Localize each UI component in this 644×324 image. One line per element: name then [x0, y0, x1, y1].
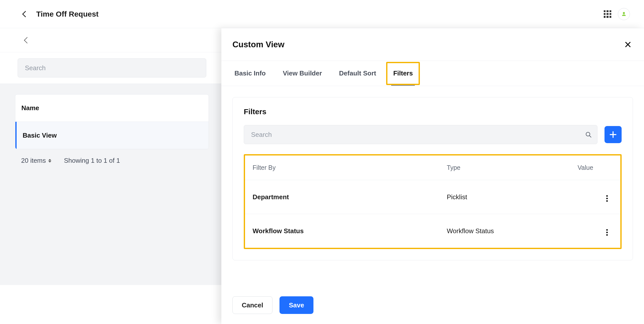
save-button[interactable]: Save — [279, 296, 313, 314]
items-per-page-label: 20 items — [21, 157, 46, 165]
tab-label: Default Sort — [339, 69, 376, 77]
left-search-input[interactable] — [18, 58, 206, 77]
panel-footer: Cancel Save — [221, 289, 644, 324]
page-title: Time Off Request — [36, 10, 99, 18]
filters-table: Filter By Type Value Department Picklist — [245, 155, 620, 248]
apps-icon[interactable] — [604, 10, 611, 18]
tab-view-builder[interactable]: View Builder — [281, 61, 324, 86]
items-per-page[interactable]: 20 items — [21, 157, 51, 165]
filters-title: Filters — [244, 107, 622, 116]
svg-line-1 — [589, 136, 591, 137]
col-filter-by: Filter By — [245, 155, 439, 180]
filters-table-header-row: Filter By Type Value — [245, 155, 620, 180]
cell-type: Picklist — [439, 180, 570, 214]
secondary-back-button[interactable] — [23, 36, 31, 44]
tab-label: Basic Info — [234, 69, 266, 77]
cell-actions — [570, 180, 620, 214]
cell-actions — [570, 214, 620, 248]
chevron-left-icon — [22, 11, 28, 17]
top-header: Time Off Request — [0, 0, 644, 28]
list-row-name: Basic View — [23, 132, 57, 139]
list-area: Name Basic View 20 items Showing 1 to 1 … — [0, 84, 224, 285]
tab-basic-info[interactable]: Basic Info — [232, 61, 268, 86]
table-row: Department Picklist — [245, 180, 620, 214]
filters-card: Filters Filter By — [232, 97, 633, 260]
user-icon — [621, 11, 627, 17]
header-right-controls — [604, 8, 630, 20]
user-avatar[interactable] — [618, 8, 630, 20]
col-type: Type — [439, 155, 570, 180]
custom-view-panel: Custom View Basic Info View Builder Defa… — [221, 28, 644, 324]
tab-label: View Builder — [283, 69, 322, 77]
app-root: Time Off Request Name Basic Vi — [0, 0, 644, 324]
cell-type: Workflow Status — [439, 214, 570, 248]
close-button[interactable] — [623, 39, 633, 50]
panel-tabs: Basic Info View Builder Default Sort Fil… — [221, 61, 644, 86]
left-panel: Name Basic View 20 items Showing 1 to 1 … — [0, 52, 224, 285]
back-button[interactable] — [21, 9, 30, 19]
table-row: Workflow Status Workflow Status — [245, 214, 620, 248]
panel-body: Filters Filter By — [221, 86, 644, 289]
showing-label: Showing 1 to 1 of 1 — [64, 157, 120, 165]
left-search-row — [0, 52, 224, 84]
row-actions-button[interactable] — [604, 228, 610, 237]
plus-icon — [609, 130, 617, 139]
filters-table-highlight: Filter By Type Value Department Picklist — [244, 154, 622, 249]
close-icon — [624, 41, 632, 48]
tab-default-sort[interactable]: Default Sort — [337, 61, 378, 86]
row-actions-button[interactable] — [604, 194, 610, 203]
list-card: Name Basic View — [15, 94, 209, 149]
tab-filters[interactable]: Filters — [391, 61, 415, 86]
filters-search-row — [244, 125, 622, 144]
col-value: Value — [570, 155, 620, 180]
filters-search-container — [244, 125, 597, 144]
panel-header: Custom View — [221, 28, 644, 61]
filters-search-input[interactable] — [244, 125, 597, 144]
sort-caret-icon — [48, 159, 51, 163]
list-column-header: Name — [15, 95, 209, 122]
list-row[interactable]: Basic View — [15, 122, 209, 149]
tab-label: Filters — [393, 69, 413, 77]
search-icon — [585, 131, 592, 138]
panel-title: Custom View — [232, 40, 285, 49]
add-filter-button[interactable] — [605, 126, 622, 143]
cancel-button[interactable]: Cancel — [232, 296, 272, 314]
cell-filter-by: Workflow Status — [245, 214, 439, 248]
chevron-left-icon — [24, 37, 30, 43]
cell-filter-by: Department — [245, 180, 439, 214]
list-footer: 20 items Showing 1 to 1 of 1 — [15, 149, 209, 165]
